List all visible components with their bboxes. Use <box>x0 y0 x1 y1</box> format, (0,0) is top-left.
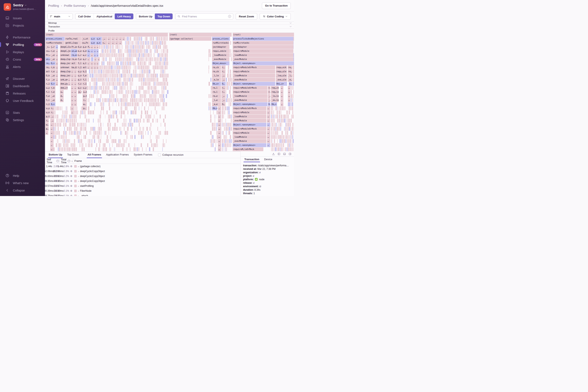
flame-frame[interactable]: … <box>267 127 270 131</box>
sorting-left-heavy[interactable]: Left Heavy <box>115 13 133 20</box>
flame-frame[interactable]: … <box>94 57 97 61</box>
profile-section-header[interactable]: Profile <box>45 29 294 33</box>
flame-frame[interactable]: jestAdapter <box>212 45 229 49</box>
flame-frame[interactable]: deep…ject <box>60 62 71 65</box>
flame-frame[interactable]: _loadModule <box>233 53 294 57</box>
flame-frame[interactable]: _loadModule <box>212 53 229 57</box>
flame-frame[interactable]: … <box>71 90 74 94</box>
flame-frame[interactable]: … <box>96 53 99 57</box>
flame-frame[interactable]: d… <box>60 98 64 102</box>
sidebar-item-alerts[interactable]: Alerts <box>0 63 45 70</box>
col-frame[interactable]: Frame <box>73 158 241 164</box>
flame-frame[interactable]: requireModuleOrMock <box>233 127 267 131</box>
flame-frame[interactable]: … <box>74 82 77 86</box>
flame-frame[interactable]: … <box>281 94 283 98</box>
sorting-call-order[interactable]: Call Order <box>75 14 94 19</box>
flame-frame[interactable]: _l…le <box>212 74 221 78</box>
flame-frame[interactable]: u…n <box>77 74 82 78</box>
flame-frame[interactable]: u…e <box>90 41 96 45</box>
flame-frame[interactable]: _… <box>221 94 226 98</box>
flame-frame[interactable]: Objec…mous> <box>212 62 229 65</box>
sidebar-item-crons[interactable]: Cronsbeta <box>0 56 45 63</box>
flame-frame[interactable]: c… <box>102 41 107 45</box>
flame-frame[interactable]: … <box>74 74 77 78</box>
flame-frame[interactable]: re…r <box>45 66 50 69</box>
flame-frame[interactable]: _c…t <box>45 45 50 49</box>
flame-frame[interactable]: Object.<anonymous> <box>233 62 294 65</box>
flame-frame[interactable]: _… <box>221 78 226 82</box>
flame-frame[interactable]: _loadModule <box>233 114 267 118</box>
flame-frame[interactable]: … <box>218 110 221 114</box>
flame-frame[interactable]: … <box>97 57 100 61</box>
table-row[interactable]: 49.35ms0.1% 49.35ms0.1%⚙ ›deepCyclicCopy… <box>45 178 241 184</box>
flame-frame[interactable]: _lo…le <box>271 94 279 98</box>
flame-frame[interactable]: … <box>96 66 99 69</box>
sidebar-item-stats[interactable]: Stats <box>0 109 45 116</box>
flame-frame[interactable]: re…r <box>45 62 50 65</box>
flame-frame[interactable] <box>293 78 294 82</box>
expand-chevron-icon[interactable]: › <box>78 184 79 188</box>
flame-frame[interactable]: _execModule <box>233 78 275 82</box>
export-download-icon[interactable] <box>272 152 275 156</box>
flame-frame[interactable]: … <box>218 127 221 131</box>
flame-frame[interactable]: … <box>267 123 270 127</box>
thread-select[interactable]: main <box>47 13 73 20</box>
flame-frame[interactable]: re…e <box>212 94 221 98</box>
flame-frame[interactable]: w… <box>45 123 49 127</box>
flame-frame[interactable]: O…> <box>289 82 292 86</box>
flame-frame[interactable]: u…n <box>83 90 87 94</box>
flame-frame[interactable]: … <box>288 86 290 90</box>
flame-frame[interactable]: requireModuleOrMock <box>233 86 268 90</box>
flame-frame[interactable]: w…c <box>77 86 82 90</box>
sidebar-item-user-feedback[interactable]: User Feedback <box>0 97 45 104</box>
flame-frame[interactable]: w…c <box>82 53 87 57</box>
flame-frame[interactable]: … <box>218 135 221 139</box>
flame-frame[interactable]: ca…n <box>45 49 50 53</box>
flame-frame[interactable]: … <box>56 66 58 69</box>
flame-frame[interactable]: … <box>91 49 93 53</box>
tab-bottom-up[interactable]: Bottom Up <box>47 152 64 158</box>
flame-frame[interactable]: … <box>267 135 270 139</box>
flame-frame[interactable]: requ…ock <box>276 66 287 69</box>
flame-frame[interactable]: u…y <box>45 106 50 110</box>
flame-frame[interactable]: … <box>267 119 270 122</box>
flame-frame[interactable]: … <box>218 131 221 135</box>
frame-settings-gear-icon[interactable]: ⚙ <box>70 170 72 173</box>
flame-frame[interactable]: Object.<anonymous> <box>233 123 267 127</box>
flame-frame[interactable]: req…le <box>271 90 279 94</box>
flame-frame[interactable]: _execModule <box>233 98 268 102</box>
flame-frame[interactable]: … <box>50 131 53 135</box>
flame-frame[interactable]: r…e <box>50 90 55 94</box>
expand-chevron-icon[interactable]: › <box>78 170 79 173</box>
flame-frame[interactable]: unknown <box>60 66 71 69</box>
sort-desc-icon[interactable]: ↓ <box>71 160 73 162</box>
flame-frame[interactable]: … <box>218 139 221 143</box>
flame-frame[interactable]: … <box>71 74 74 78</box>
flame-frame[interactable]: f…l <box>45 90 50 94</box>
flame-frame[interactable]: f…l <box>45 98 50 102</box>
flame-frame[interactable]: Object.<anonymous> <box>233 82 275 86</box>
flame-frame[interactable]: Ob…> <box>212 106 217 110</box>
flame-frame[interactable]: requireModule <box>233 110 267 114</box>
flame-frame[interactable]: … <box>267 114 270 118</box>
breadcrumb-profiling[interactable]: Profiling <box>48 4 59 7</box>
sidebar-item-performance[interactable]: Performance <box>0 34 45 41</box>
flame-frame[interactable]: … <box>91 66 93 69</box>
flame-frame[interactable]: … <box>56 74 58 78</box>
frame-name[interactable]: (garbage collector) <box>80 165 100 168</box>
flame-frame[interactable]: Object.<anonymous> <box>233 143 267 147</box>
direction-top-down[interactable]: Top Down <box>155 13 173 20</box>
table-row[interactable]: 29.75ms0.1% 29.75ms0.1%⚙ ›_attach <box>45 193 241 196</box>
flame-frame[interactable]: _execModule <box>233 119 267 122</box>
flame-frame[interactable]: … <box>87 62 90 65</box>
collapse-recursion-checkbox[interactable]: Collapse recursion <box>158 154 184 156</box>
flame-frame[interactable]: (root) <box>169 33 232 36</box>
flame-frame[interactable]: _e…le <box>212 78 221 82</box>
flame-frame[interactable]: r… <box>268 86 270 90</box>
flame-frame[interactable]: … <box>87 66 90 69</box>
flame-frame[interactable]: … <box>267 106 270 110</box>
flame-frame[interactable]: m…d <box>82 49 87 53</box>
chevron-down-icon[interactable] <box>289 22 292 24</box>
flame-frame[interactable]: … <box>281 98 283 102</box>
flame-frame[interactable]: … <box>87 57 90 61</box>
